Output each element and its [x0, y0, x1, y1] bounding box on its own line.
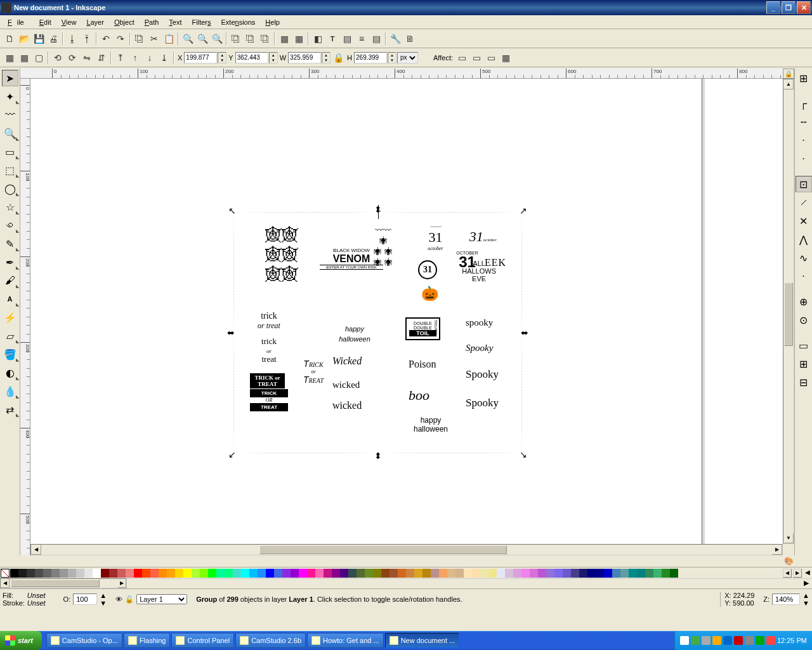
color-swatch[interactable] [76, 569, 84, 578]
color-swatch[interactable] [150, 569, 159, 578]
text-dialog-button[interactable]: T [325, 32, 339, 46]
color-swatch[interactable] [365, 569, 373, 578]
color-swatch[interactable] [282, 569, 291, 578]
flip-vertical-button[interactable]: ⇵ [95, 51, 108, 65]
color-swatch[interactable] [357, 569, 365, 578]
scale-handle-b[interactable]: ⬍ [374, 451, 383, 460]
h-input[interactable] [354, 52, 387, 63]
color-swatch[interactable] [381, 569, 390, 578]
taskbar-button[interactable]: CamStudio - Op... [46, 633, 122, 648]
dropper-tool[interactable]: 💧◣ [2, 383, 18, 399]
layers-dialog-button[interactable]: ▤ [369, 32, 383, 46]
x-input[interactable] [184, 52, 217, 63]
selector-tool[interactable]: ➤ [2, 70, 18, 86]
color-swatch[interactable] [233, 569, 241, 578]
paint-bucket-tool[interactable]: 🪣◣ [2, 346, 18, 362]
color-swatch[interactable] [414, 569, 422, 578]
color-swatch[interactable] [43, 569, 51, 578]
fill-stroke-button[interactable]: ◧ [311, 32, 325, 46]
scale-handle-r[interactable]: ⬌ [520, 328, 529, 337]
ellipse-tool[interactable]: ◯◣ [2, 180, 18, 197]
color-swatch[interactable] [183, 569, 192, 578]
menu-text[interactable]: Text [164, 17, 187, 27]
new-document-button[interactable]: 🗋 [3, 32, 16, 46]
y-input[interactable] [235, 52, 268, 63]
palette-scroll-right[interactable]: ▶ [793, 569, 802, 578]
selection-bounding-box[interactable]: ↖ ↗ ↙ ↘ ⬍ ⬍ ⬌ ⬌ 🕸🕸🕸🕸🕸🕸 BLACK WIDOW VENOM… [233, 212, 522, 453]
snap-nodes-button[interactable]: ⊡ [796, 176, 812, 192]
color-swatch[interactable] [406, 569, 414, 578]
sec-scroll-thumb[interactable] [11, 580, 100, 587]
palette-menu-button[interactable]: ◀ [803, 569, 812, 578]
spiral-tool[interactable]: ꩜◣ [2, 217, 18, 234]
color-swatch[interactable] [488, 569, 497, 578]
copy-button[interactable]: ⿻ [133, 32, 147, 46]
scroll-down-button[interactable]: ▼ [783, 533, 794, 543]
snap-cusp-button[interactable]: ⋀ [796, 231, 812, 248]
undo-button[interactable]: ↶ [99, 32, 113, 46]
rotate-ccw-button[interactable]: ⟲ [51, 51, 65, 65]
zoom-value[interactable]: 140% [775, 595, 793, 603]
color-swatch[interactable] [348, 569, 357, 578]
bezier-tool[interactable]: ✒◣ [2, 254, 18, 270]
menu-path[interactable]: Path [140, 17, 164, 27]
text-tool[interactable]: A◣ [2, 291, 18, 307]
color-swatch[interactable] [620, 569, 629, 578]
color-picker-icon[interactable]: 🎨 [783, 555, 794, 567]
w-input[interactable] [288, 52, 321, 63]
color-swatch[interactable] [431, 569, 439, 578]
color-swatch[interactable] [258, 569, 266, 578]
scroll-right-button[interactable]: ▶ [772, 545, 782, 555]
guide-lock-button[interactable]: 🔒 [783, 69, 794, 79]
save-button[interactable]: 💾 [32, 32, 46, 46]
color-swatch[interactable] [208, 569, 216, 578]
x-spinner[interactable]: ▲▼ [218, 52, 226, 63]
tray-icon[interactable] [691, 636, 700, 645]
align-dialog-button[interactable]: ≡ [355, 32, 369, 46]
snap-page-button[interactable]: ▭ [796, 337, 812, 354]
color-swatch[interactable] [332, 569, 340, 578]
color-swatch[interactable] [192, 569, 200, 578]
hscroll-thumb[interactable] [259, 545, 507, 554]
redo-button[interactable]: ↷ [114, 32, 128, 46]
snap-bbox-corner-button[interactable]: · [796, 132, 812, 149]
open-button[interactable]: 📂 [17, 32, 31, 46]
color-swatch[interactable] [422, 569, 431, 578]
node-tool[interactable]: ✦◣ [2, 88, 18, 105]
color-swatch[interactable] [513, 569, 521, 578]
color-swatch[interactable] [299, 569, 307, 578]
scale-handle-tr[interactable]: ↗ [519, 206, 528, 215]
lower-button[interactable]: ↓ [143, 51, 157, 65]
color-swatch[interactable] [27, 569, 35, 578]
menu-file[interactable]: File [3, 17, 34, 27]
color-swatch[interactable] [653, 569, 662, 578]
color-swatch[interactable] [307, 569, 315, 578]
color-swatch[interactable] [167, 569, 175, 578]
scale-handle-bl[interactable]: ↙ [228, 450, 237, 459]
color-swatch[interactable] [10, 569, 18, 578]
menu-layer[interactable]: Layer [81, 17, 109, 27]
menu-help[interactable]: Help [260, 17, 285, 27]
import-button[interactable]: ⭳ [65, 32, 79, 46]
layer-lock-icon[interactable]: 🔓 [125, 595, 134, 604]
color-swatch[interactable] [241, 569, 249, 578]
taskbar-button[interactable]: CamStudio 2.6b [235, 633, 306, 648]
tray-icon[interactable] [702, 636, 710, 645]
scroll-left-button[interactable]: ◀ [31, 545, 41, 555]
color-swatch[interactable] [497, 569, 505, 578]
deselect-button[interactable]: ▢ [32, 51, 46, 65]
snap-path-button[interactable]: ⟋ [796, 194, 812, 211]
color-swatch[interactable] [472, 569, 480, 578]
color-swatch[interactable] [571, 569, 579, 578]
unlink-clone-button[interactable]: ⿻ [258, 32, 272, 46]
vscroll-thumb[interactable] [784, 282, 793, 346]
y-spinner[interactable]: ▲▼ [269, 52, 278, 63]
color-swatch[interactable] [51, 569, 60, 578]
color-swatch[interactable] [670, 569, 678, 578]
color-swatch[interactable] [225, 569, 233, 578]
color-swatch[interactable] [645, 569, 653, 578]
system-tray[interactable]: 12:25 PM [674, 631, 812, 650]
snap-smooth-button[interactable]: ∿ [796, 249, 812, 266]
color-swatch[interactable] [464, 569, 472, 578]
group-button[interactable]: ▦ [277, 32, 291, 46]
